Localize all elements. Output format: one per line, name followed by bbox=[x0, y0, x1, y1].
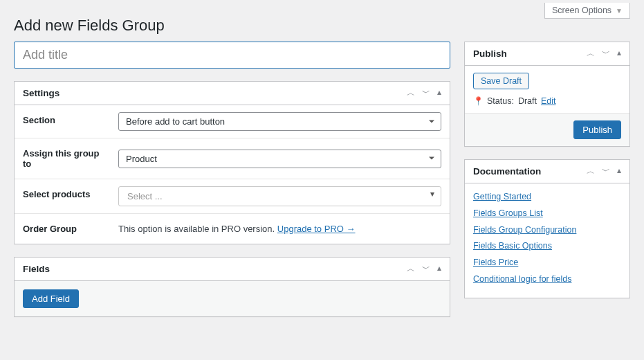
move-up-icon[interactable]: ︿ bbox=[587, 48, 595, 60]
status-value: Draft bbox=[518, 96, 537, 106]
move-down-icon[interactable]: ﹀ bbox=[422, 87, 430, 99]
fields-heading: Fields bbox=[23, 264, 50, 274]
assign-select[interactable]: Product bbox=[118, 150, 441, 168]
pin-icon: 📍 bbox=[473, 96, 483, 106]
order-group-label: Order Group bbox=[15, 214, 118, 244]
publish-box: Publish ︿ ﹀ ▴ Save Draft 📍 Status: Draft… bbox=[464, 42, 630, 147]
publish-button[interactable]: Publish bbox=[573, 120, 621, 139]
select-products-label: Select products bbox=[15, 179, 118, 213]
select-products-select[interactable]: Select ... bbox=[118, 186, 441, 206]
settings-heading: Settings bbox=[23, 88, 59, 98]
doc-links-list: Getting Started Fields Groups List Field… bbox=[465, 183, 629, 298]
toggle-panel-icon[interactable]: ▴ bbox=[437, 263, 441, 275]
fields-box: Fields ︿ ﹀ ▴ Add Field bbox=[14, 257, 450, 317]
upgrade-pro-link[interactable]: Upgrade to PRO → bbox=[277, 224, 356, 234]
move-down-icon[interactable]: ﹀ bbox=[602, 48, 610, 60]
doc-link[interactable]: Fields Groups List bbox=[473, 206, 621, 222]
documentation-heading: Documentation bbox=[473, 166, 541, 177]
screen-options-label: Screen Options bbox=[552, 6, 611, 15]
fields-header: Fields ︿ ﹀ ▴ bbox=[15, 258, 450, 281]
move-up-icon[interactable]: ︿ bbox=[407, 87, 415, 99]
assign-label: Assign this group to bbox=[15, 138, 118, 179]
order-group-text: This option is available in PRO version.… bbox=[118, 224, 356, 234]
save-draft-button[interactable]: Save Draft bbox=[473, 73, 529, 89]
add-field-button[interactable]: Add Field bbox=[23, 289, 79, 308]
doc-link[interactable]: Getting Started bbox=[473, 189, 621, 206]
section-label: Section bbox=[15, 105, 118, 138]
toggle-panel-icon[interactable]: ▴ bbox=[617, 48, 621, 60]
doc-link[interactable]: Fields Basic Options bbox=[473, 238, 621, 255]
doc-link[interactable]: Fields Group Configuration bbox=[473, 222, 621, 239]
screen-options-tab[interactable]: Screen Options ▼ bbox=[544, 3, 630, 19]
status-edit-link[interactable]: Edit bbox=[541, 96, 556, 106]
publish-header: Publish ︿ ﹀ ▴ bbox=[465, 42, 629, 66]
publish-heading: Publish bbox=[473, 48, 507, 59]
status-label: Status: bbox=[487, 96, 514, 106]
section-select[interactable]: Before add to cart button bbox=[118, 112, 441, 131]
settings-header: Settings ︿ ﹀ ▴ bbox=[15, 82, 450, 105]
settings-box: Settings ︿ ﹀ ▴ Section Before add to c bbox=[14, 81, 450, 244]
documentation-header: Documentation ︿ ﹀ ▴ bbox=[465, 160, 629, 183]
page-title: Add new Fields Group bbox=[14, 0, 630, 42]
chevron-down-icon: ▼ bbox=[616, 7, 623, 15]
toggle-panel-icon[interactable]: ▴ bbox=[617, 165, 621, 177]
move-down-icon[interactable]: ﹀ bbox=[602, 165, 610, 177]
move-up-icon[interactable]: ︿ bbox=[587, 165, 595, 177]
move-down-icon[interactable]: ﹀ bbox=[422, 263, 430, 275]
order-group-msg: This option is available in PRO version. bbox=[118, 224, 277, 234]
title-input[interactable] bbox=[14, 42, 450, 69]
doc-link[interactable]: Conditional logic for fields bbox=[473, 271, 621, 288]
move-up-icon[interactable]: ︿ bbox=[407, 263, 415, 275]
toggle-panel-icon[interactable]: ▴ bbox=[437, 87, 441, 99]
doc-link[interactable]: Fields Price bbox=[473, 255, 621, 271]
documentation-box: Documentation ︿ ﹀ ▴ Getting Started Fiel… bbox=[464, 159, 630, 298]
